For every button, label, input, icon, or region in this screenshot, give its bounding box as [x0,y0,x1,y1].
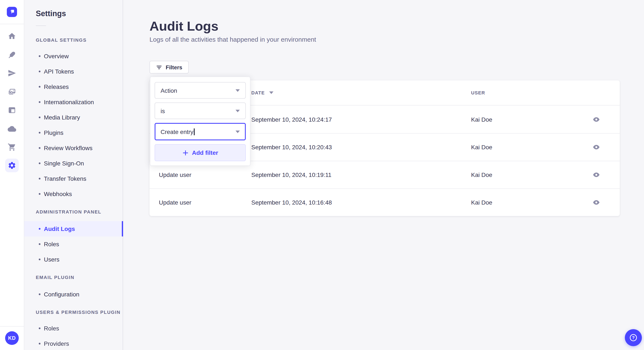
email-plugin-list: Configuration [24,287,123,302]
sidebar-item-releases[interactable]: Releases [24,79,123,94]
filters-button[interactable]: Filters [150,61,189,74]
sidebar-item-label: Roles [44,241,59,247]
settings-sidebar: Settings GLOBAL SETTINGS Overview API To… [24,0,123,350]
bullet-icon [39,163,40,164]
view-details-button[interactable] [590,168,603,181]
sidebar-item-admin-users[interactable]: Users [24,252,123,267]
view-details-button[interactable] [590,113,603,126]
help-button[interactable]: ? [625,329,642,346]
active-indicator [122,221,123,236]
section-email-plugin: EMAIL PLUGIN [36,275,74,280]
column-header-date[interactable]: DATE [251,90,471,95]
global-settings-list: Overview API Tokens Releases Internation… [24,48,123,201]
media-library-icon[interactable] [5,85,19,99]
releases-icon[interactable] [5,66,19,80]
bullet-icon [39,117,40,118]
sidebar-item-label: Users [44,256,60,263]
bullet-icon [39,178,40,179]
sidebar-item-admin-roles[interactable]: Roles [24,236,123,252]
bullet-icon [39,343,40,345]
sidebar-item-label: Single Sign-On [44,160,84,167]
svg-text:?: ? [632,335,635,340]
page-title: Audit Logs [150,19,218,34]
cell-date: September 10, 2024, 10:20:43 [251,144,471,151]
add-filter-label: Add filter [192,149,218,156]
cell-date: September 10, 2024, 10:19:11 [251,172,471,178]
sidebar-item-configuration[interactable]: Configuration [24,287,123,302]
view-details-button[interactable] [590,196,603,209]
cloud-icon[interactable] [5,122,19,136]
filter-icon [156,64,162,70]
users-permissions-list: Roles Providers [24,321,123,350]
strapi-logo-icon [8,8,16,16]
bullet-icon [39,228,40,230]
settings-icon[interactable] [5,159,19,172]
sidebar-item-label: Configuration [44,291,80,298]
sidebar-item-single-sign-on[interactable]: Single Sign-On [24,156,123,171]
sidebar-item-label: Plugins [44,129,64,136]
administration-panel-list: Audit Logs Roles Users [24,221,123,267]
chevron-down-icon [236,110,240,112]
column-header-user[interactable]: USER [471,90,573,95]
sidebar-item-audit-logs[interactable]: Audit Logs [24,221,123,236]
strapi-logo[interactable] [7,7,17,17]
sort-descending-icon [269,91,273,94]
bullet-icon [39,193,40,195]
sidebar-item-label: Overview [44,53,69,59]
rail-bottom-divider [0,326,24,327]
sidebar-item-internationalization[interactable]: Internationalization [24,94,123,110]
filter-value-select[interactable]: Create entry [154,123,246,140]
bullet-icon [39,259,40,260]
chevron-down-icon [236,89,240,92]
home-icon[interactable] [5,29,19,43]
filter-field-select[interactable]: Action [154,82,246,99]
sidebar-item-label: API Tokens [44,68,74,75]
chevron-down-icon [236,130,240,133]
sidebar-item-plugins[interactable]: Plugins [24,125,123,140]
sidebar-item-label: Providers [44,340,69,347]
user-avatar[interactable]: KD [5,331,19,345]
sidebar-item-media-library[interactable]: Media Library [24,110,123,125]
view-details-button[interactable] [590,140,603,154]
sidebar-item-webhooks[interactable]: Webhooks [24,186,123,201]
cell-user: Kai Doe [471,144,573,151]
section-administration-panel: ADMINISTRATION PANEL [36,209,101,214]
sidebar-item-up-roles[interactable]: Roles [24,321,123,336]
sidebar-item-transfer-tokens[interactable]: Transfer Tokens [24,171,123,186]
content-manager-icon[interactable] [5,48,19,62]
sidebar-item-label: Transfer Tokens [44,175,86,182]
bullet-icon [39,293,40,295]
sidebar-item-label: Audit Logs [44,225,75,232]
sidebar-item-label: Releases [44,83,69,90]
filters-button-label: Filters [166,64,182,70]
section-users-permissions-plugin: USERS & PERMISSIONS PLUGIN [36,310,120,315]
filter-value-text: Create entry [160,128,194,135]
filter-field-value: Action [160,87,177,94]
sidebar-item-providers[interactable]: Providers [24,336,123,350]
filter-operator-select[interactable]: is [154,103,246,119]
icon-rail: KD [0,0,24,350]
sidebar-item-label: Media Library [44,114,80,121]
page-subtitle: Logs of all the activities that happened… [150,36,316,43]
bullet-icon [39,86,40,88]
sidebar-item-label: Webhooks [44,190,72,197]
marketplace-icon[interactable] [5,140,19,154]
sidebar-item-overview[interactable]: Overview [24,48,123,64]
eye-icon [592,171,600,178]
bullet-icon [39,243,40,245]
table-row[interactable]: Update user September 10, 2024, 10:16:48… [150,188,620,216]
eye-icon [592,143,600,151]
question-mark-icon: ? [629,333,638,342]
bullet-icon [39,55,40,57]
content-type-builder-icon[interactable] [5,103,19,117]
bullet-icon [39,101,40,103]
bullet-icon [39,328,40,329]
sidebar-item-label: Internationalization [44,99,94,105]
cell-action: Update user [150,172,251,178]
add-filter-button[interactable]: Add filter [154,144,246,161]
filter-operator-value: is [160,107,165,114]
cell-date: September 10, 2024, 10:16:48 [251,199,471,206]
sidebar-item-review-workflows[interactable]: Review Workflows [24,140,123,156]
sidebar-item-api-tokens[interactable]: API Tokens [24,64,123,79]
cell-user: Kai Doe [471,172,573,178]
